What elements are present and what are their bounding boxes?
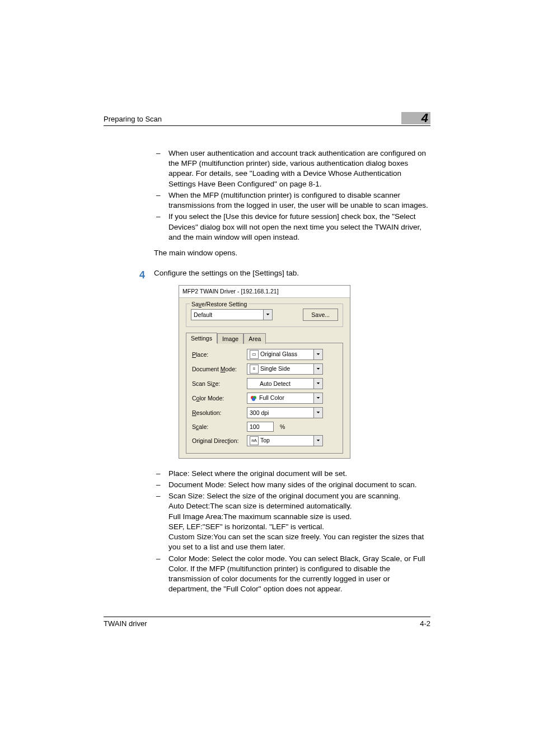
chevron-down-icon [313,379,322,389]
direction-label: Original Direction: [192,437,247,445]
step-text: Configure the settings on the [Settings]… [154,268,299,282]
tab-area[interactable]: Area [243,333,266,344]
glass-icon: ▭ [250,350,259,359]
section-title: Preparing to Scan [104,115,162,124]
chapter-badge: 4 [401,112,430,124]
page-icon: ≡ [250,365,259,374]
tab-image[interactable]: Image [217,333,243,344]
step-row: 4 Configure the settings on the [Setting… [154,268,430,282]
settings-panel: Place: ▭Original Glass Document Mode: ≡S… [186,343,343,454]
chevron-down-icon [313,436,322,446]
tab-settings[interactable]: Settings [186,333,217,343]
chevron-down-icon [313,408,322,418]
step-number: 4 [139,268,154,282]
direction-combo[interactable]: пATop [247,435,323,446]
dialog-title: MFP2 TWAIN Driver - [192.168.1.21] [179,286,350,297]
svg-point-2 [252,398,255,401]
tab-bar: Settings Image Area [186,333,343,343]
chevron-down-icon [313,364,322,374]
save-button[interactable]: Save... [303,309,338,321]
color-mode-label: Color Mode: [192,394,247,402]
list-item: When user authentication and account tra… [154,148,430,189]
color-icon [250,394,257,402]
place-combo[interactable]: ▭Original Glass [247,349,323,360]
scale-label: Scale: [192,423,247,431]
page-header: Preparing to Scan 4 [104,112,430,126]
chevron-down-icon [313,349,322,360]
chevron-down-icon [313,393,322,403]
place-label: Place: [192,351,247,358]
chevron-down-icon [263,310,272,320]
list-item: Color Mode: Select the color mode. You c… [154,554,430,595]
note-list-1: When user authentication and account tra… [154,148,430,242]
preset-value: Default [194,311,212,319]
color-mode-combo[interactable]: Full Color [247,393,323,404]
body-text: The main window opens. [154,248,430,258]
sub-desc: Auto Detect:The scan size is determined … [168,501,430,552]
list-item: If you select the [Use this device for f… [154,212,430,242]
resolution-combo[interactable]: 300 dpi [247,407,323,418]
list-item: Place: Select where the original documen… [154,469,430,479]
list-item: Document Mode: Select how many sides of … [154,480,430,490]
direction-icon: пA [250,436,259,445]
mode-label: Document Mode: [192,365,247,373]
description-list: Place: Select where the original documen… [154,469,430,595]
scan-size-combo[interactable]: Auto Detect [247,378,323,389]
resolution-label: Resolution: [192,409,247,417]
footer-right: 4-2 [420,619,430,628]
scale-unit: % [280,423,285,430]
twain-dialog: MFP2 TWAIN Driver - [192.168.1.21] Save/… [179,285,350,458]
list-item: Scan Size: Select the size of the origin… [154,491,430,552]
scan-size-label: Scan Size: [192,380,247,388]
document-mode-combo[interactable]: ≡Single Side [247,363,323,375]
scale-input[interactable]: 100 [247,422,274,432]
page-footer: TWAIN driver 4-2 [104,617,430,628]
save-restore-group: Save/Restore Setting Default Save... [186,304,343,327]
chapter-number: 4 [421,111,428,125]
preset-combo[interactable]: Default [191,309,273,320]
footer-left: TWAIN driver [104,619,147,628]
list-item: When the MFP (multifunction printer) is … [154,190,430,211]
